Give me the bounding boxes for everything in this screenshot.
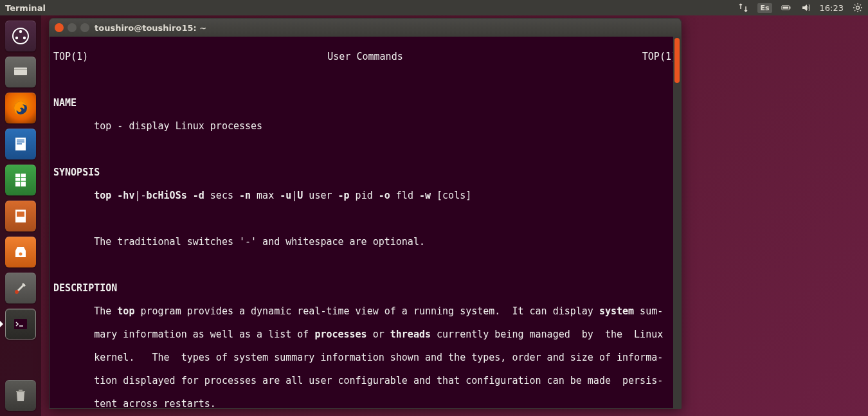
desc-l4: tion displayed for processes are all use… xyxy=(94,375,663,386)
svg-point-20 xyxy=(15,290,19,294)
svg-point-19 xyxy=(19,253,23,256)
menubar-app-title: Terminal xyxy=(5,3,46,13)
volume-icon[interactable] xyxy=(800,3,811,13)
launcher-writer[interactable] xyxy=(4,127,37,161)
terminal-icon xyxy=(5,309,36,339)
launcher-calc[interactable] xyxy=(4,163,37,197)
window-title: toushiro@toushiro15: ~ xyxy=(95,23,206,33)
syn-cols: [cols] xyxy=(431,190,471,201)
launcher-software[interactable] xyxy=(4,235,37,269)
desc-l5: tent across restarts. xyxy=(94,398,216,408)
window-maximize-button[interactable] xyxy=(80,23,89,32)
svg-rect-2 xyxy=(782,6,788,8)
synopsis-note: The traditional switches '-' and whitesp… xyxy=(94,236,425,248)
man-header-right: TOP(1) xyxy=(638,51,677,62)
section-name: NAME xyxy=(53,97,77,109)
dash-icon xyxy=(5,21,36,51)
keyboard-layout-indicator[interactable]: Es xyxy=(757,3,772,13)
desc-l1b: program provides a dynamic real-time vie… xyxy=(134,305,599,317)
window-close-button[interactable] xyxy=(55,23,64,32)
files-icon xyxy=(5,57,36,87)
launcher-firefox[interactable] xyxy=(4,91,37,125)
desc-top: top xyxy=(117,305,134,317)
desc-l1c: sum‐ xyxy=(634,305,663,317)
svg-rect-8 xyxy=(14,68,27,75)
software-icon xyxy=(5,237,36,267)
network-icon[interactable] xyxy=(738,3,748,13)
syn-flags: bcHiOSs xyxy=(146,190,186,201)
terminal-scrollbar[interactable] xyxy=(673,37,681,408)
desc-threads: threads xyxy=(390,329,431,340)
window-titlebar[interactable]: toushiro@toushiro15: ~ xyxy=(50,19,681,37)
svg-point-7 xyxy=(23,37,26,39)
unity-launcher xyxy=(0,15,41,416)
svg-rect-9 xyxy=(14,69,27,70)
desc-l3: kernel. The types of system summary info… xyxy=(94,352,663,363)
syn-fld: fld xyxy=(390,190,419,201)
syn-U: U xyxy=(297,190,303,201)
launcher-dash[interactable] xyxy=(4,19,37,53)
trash-icon xyxy=(5,380,36,411)
syn-u: -u xyxy=(280,190,291,201)
syn-pipe2: | xyxy=(291,190,297,201)
desc-l2b: or xyxy=(367,329,390,340)
svg-rect-17 xyxy=(17,212,24,217)
launcher-trash[interactable] xyxy=(4,379,37,412)
desc-l2a: mary information as well as a list of xyxy=(94,329,314,340)
window-minimize-button[interactable] xyxy=(68,23,77,32)
name-line: top - display Linux processes xyxy=(94,120,262,132)
svg-point-3 xyxy=(856,6,860,10)
section-description: DESCRIPTION xyxy=(53,282,117,294)
clock[interactable]: 16:23 xyxy=(820,3,844,13)
svg-point-6 xyxy=(15,37,18,39)
desc-l2c: currently being managed by the Linux xyxy=(431,329,663,340)
svg-rect-1 xyxy=(789,6,790,8)
launcher-files[interactable] xyxy=(4,55,37,89)
svg-rect-23 xyxy=(19,390,23,391)
terminal-content[interactable]: TOP(1)User CommandsTOP(1) NAME top - dis… xyxy=(50,37,681,408)
man-header-center: User Commands xyxy=(92,51,638,62)
syn-pid: pid xyxy=(350,190,379,201)
svg-rect-21 xyxy=(14,319,27,329)
session-gear-icon[interactable] xyxy=(853,3,863,13)
syn-max: max xyxy=(251,190,280,201)
svg-rect-14 xyxy=(17,143,22,145)
svg-rect-12 xyxy=(17,140,24,141)
impress-icon xyxy=(5,201,36,231)
battery-icon[interactable] xyxy=(781,3,791,13)
syn-secs: secs xyxy=(204,190,239,201)
svg-rect-22 xyxy=(16,391,25,392)
window-buttons xyxy=(55,23,89,32)
syn-pipe: |- xyxy=(134,190,146,201)
launcher-impress[interactable] xyxy=(4,199,37,233)
terminal-scrollbar-thumb[interactable] xyxy=(674,38,680,83)
desc-system: system xyxy=(599,305,634,317)
firefox-icon xyxy=(5,93,36,123)
syn-hv: -hv xyxy=(117,190,134,201)
man-header-left: TOP(1) xyxy=(53,51,92,62)
writer-icon xyxy=(5,129,36,159)
launcher-terminal[interactable] xyxy=(4,307,37,341)
syn-cmd: top xyxy=(94,190,111,201)
terminal-window: toushiro@toushiro15: ~ TOP(1)User Comman… xyxy=(49,18,682,409)
syn-o: -o xyxy=(379,190,390,201)
desc-l1a: The xyxy=(94,305,117,317)
desc-processes: processes xyxy=(314,329,366,340)
settings-icon xyxy=(5,273,36,303)
launcher-settings[interactable] xyxy=(4,271,37,305)
top-menubar: Terminal Es 16:23 xyxy=(0,0,868,15)
syn-w: -w xyxy=(419,190,431,201)
calc-icon xyxy=(5,165,36,195)
section-synopsis: SYNOPSIS xyxy=(53,167,100,178)
svg-rect-13 xyxy=(17,141,24,143)
syn-d: -d xyxy=(193,190,204,201)
syn-n: -n xyxy=(239,190,251,201)
syn-p: -p xyxy=(338,190,350,201)
svg-point-5 xyxy=(19,30,22,33)
syn-user: user xyxy=(303,190,338,201)
menubar-indicators: Es 16:23 xyxy=(738,3,863,13)
